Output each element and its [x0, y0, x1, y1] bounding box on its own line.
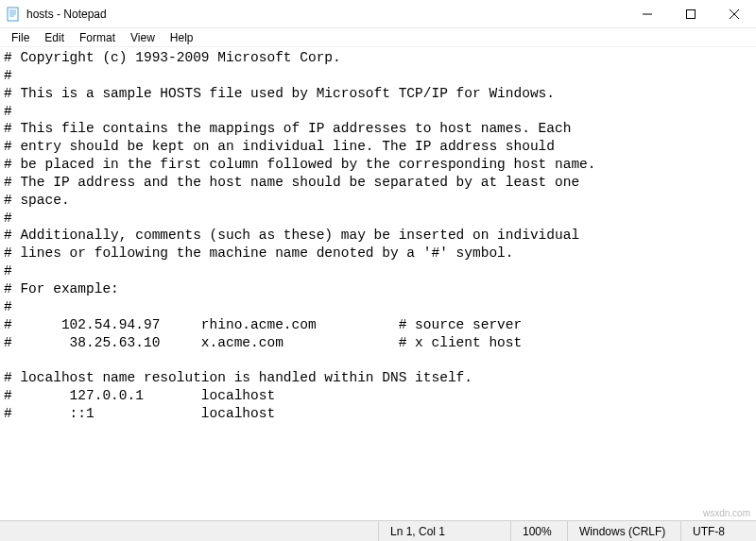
close-button[interactable] [713, 0, 756, 28]
menu-edit[interactable]: Edit [37, 29, 72, 46]
watermark: wsxdn.com [703, 508, 750, 518]
status-position: Ln 1, Col 1 [378, 521, 510, 541]
maximize-button[interactable] [669, 0, 713, 28]
notepad-icon [6, 7, 21, 22]
window-title: hosts - Notepad [26, 8, 626, 21]
status-zoom: 100% [510, 521, 567, 541]
menubar: File Edit Format View Help [0, 28, 756, 47]
text-editor[interactable]: # Copyright (c) 1993-2009 Microsoft Corp… [0, 47, 756, 520]
status-encoding: UTF-8 [680, 521, 756, 541]
titlebar: hosts - Notepad [0, 0, 756, 28]
menu-view[interactable]: View [123, 29, 163, 46]
window-controls [626, 0, 756, 27]
minimize-button[interactable] [626, 0, 669, 28]
status-lineending: Windows (CRLF) [567, 521, 680, 541]
menu-help[interactable]: Help [163, 29, 201, 46]
statusbar: Ln 1, Col 1 100% Windows (CRLF) UTF-8 [0, 520, 756, 541]
menu-format[interactable]: Format [72, 29, 123, 46]
menu-file[interactable]: File [4, 29, 37, 46]
svg-rect-6 [687, 10, 696, 19]
